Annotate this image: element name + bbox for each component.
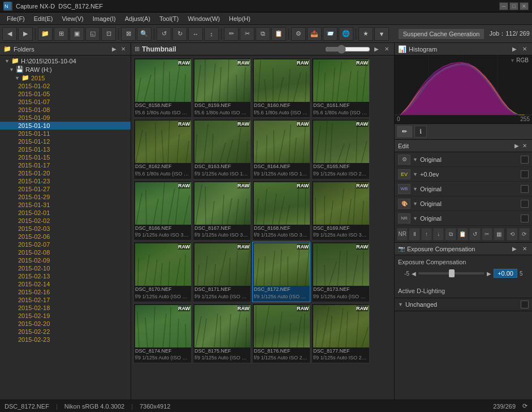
et-undo[interactable]: ⟲ bbox=[507, 228, 517, 241]
exp-value[interactable]: +0.00 bbox=[494, 269, 517, 278]
thumb-DSC_8174.NEF[interactable]: RAWDSC_8174.NEFf/9 1/125s Auto (ISO 3200… bbox=[133, 303, 192, 363]
tree-date-2015-02-06[interactable]: 2015-02-06 bbox=[0, 233, 131, 241]
tree-date-2015-01-08[interactable]: 2015-01-08 bbox=[0, 106, 131, 114]
edit-menu-btn[interactable]: ▶ bbox=[513, 142, 521, 150]
thumb-DSC_8173.NEF[interactable]: RAWDSC_8173.NEFf/9 1/125s Auto (ISO 3200… bbox=[312, 242, 370, 302]
tree-date-2015-01-20[interactable]: 2015-01-20 bbox=[0, 169, 131, 177]
tree-date-2015-02-22[interactable]: 2015-02-22 bbox=[0, 328, 131, 336]
tree-date-2015-02-01[interactable]: 2015-02-01 bbox=[0, 209, 131, 217]
wb-icon[interactable]: WB bbox=[398, 184, 410, 194]
menu-adjust[interactable]: Adjust(A) bbox=[120, 14, 155, 23]
et-copy[interactable]: ⧉ bbox=[445, 228, 456, 241]
minimize-button[interactable]: ─ bbox=[499, 2, 508, 10]
tree-date-2015-02-02[interactable]: 2015-02-02 bbox=[0, 217, 131, 225]
et-down[interactable]: ↓ bbox=[433, 228, 444, 241]
thumb-DSC_8159.NEF[interactable]: RAWDSC_8159.NEFf/5.6 1/80s Auto ISO 18..… bbox=[193, 58, 251, 118]
tb-view3[interactable]: ⊡ bbox=[101, 27, 116, 41]
thumb-DSC_8176.NEF[interactable]: RAWDSC_8176.NEFf/9 1/125s Auto ISO 22000 bbox=[252, 303, 310, 363]
et-remove[interactable]: Ⅱ bbox=[409, 228, 419, 241]
tree-date-2015-02-18[interactable]: 2015-02-18 bbox=[0, 304, 131, 312]
thumb-DSC_8175.NEF[interactable]: RAWDSC_8175.NEFf/9 1/125s Auto (ISO 3200… bbox=[193, 303, 251, 363]
sidebar-close-btn[interactable]: ✕ bbox=[119, 45, 127, 53]
tree-date-2015-02-20[interactable]: 2015-02-20 bbox=[0, 320, 131, 328]
thumb-DSC_8169.NEF[interactable]: RAWDSC_8169.NEFf/9 1/125s Auto ISO 3200 bbox=[312, 181, 370, 241]
tb-crop[interactable]: ✂ bbox=[240, 27, 254, 41]
thumb-DSC_8164.NEF[interactable]: RAWDSC_8164.NEFf/9 1/125s Auto ISO 16000 bbox=[252, 119, 310, 179]
exposure-icon[interactable]: EV bbox=[398, 169, 410, 179]
tree-date-2015-02-10[interactable]: 2015-02-10 bbox=[0, 264, 131, 272]
tb-grid[interactable]: ⊞ bbox=[54, 27, 68, 41]
et-crop[interactable]: ✂ bbox=[482, 228, 492, 241]
color-check[interactable] bbox=[521, 200, 529, 208]
thumb-DSC_8163.NEF[interactable]: RAWDSC_8163.NEFf/9 1/125s Auto ISO 16000 bbox=[193, 119, 251, 179]
thumb-DSC_8172.NEF[interactable]: RAWDSC_8172.NEFf/9 1/125s Auto (ISO 3200… bbox=[252, 242, 310, 302]
tb-zoom-fit[interactable]: ⊠ bbox=[121, 27, 136, 41]
menu-help[interactable]: Help(H) bbox=[224, 14, 255, 23]
thumb-DSC_8168.NEF[interactable]: RAWDSC_8168.NEFf/9 1/125s Auto ISO 3200 bbox=[252, 181, 310, 241]
tb-paste[interactable]: 📋 bbox=[271, 27, 286, 41]
tb-copy[interactable]: ⧉ bbox=[256, 27, 270, 41]
tree-date-2015-01-05[interactable]: 2015-01-05 bbox=[0, 90, 131, 98]
tb-view1[interactable]: ▣ bbox=[70, 27, 84, 41]
histogram-close-btn[interactable]: ✕ bbox=[521, 45, 529, 53]
thumb-DSC_8161.NEF[interactable]: RAWDSC_8161.NEFf/5.6 1/80s Auto (ISO 450… bbox=[312, 58, 370, 118]
tree-date-2015-02-03[interactable]: 2015-02-03 bbox=[0, 225, 131, 233]
tree-date-2015-02-13[interactable]: 2015-02-13 bbox=[0, 272, 131, 280]
nr-icon[interactable]: NR bbox=[398, 213, 410, 224]
thumb-DSC_8170.NEF[interactable]: RAWDSC_8170.NEFf/9 1/125s Auto (ISO 3200… bbox=[133, 242, 192, 302]
tree-date-2015-02-17[interactable]: 2015-02-17 bbox=[0, 296, 131, 304]
tree-date-2015-01-13[interactable]: 2015-01-13 bbox=[0, 145, 131, 153]
exp-slider-track[interactable] bbox=[418, 272, 485, 274]
exposure-check[interactable] bbox=[521, 170, 529, 178]
et-paste[interactable]: 📋 bbox=[457, 228, 468, 241]
tree-date-2015-01-07[interactable]: 2015-01-07 bbox=[0, 98, 131, 106]
tree-date-2015-01-23[interactable]: 2015-01-23 bbox=[0, 177, 131, 185]
tree-date-2015-01-29[interactable]: 2015-01-29 bbox=[0, 193, 131, 201]
et-reset[interactable]: ↺ bbox=[469, 228, 480, 241]
tree-date-2015-02-09[interactable]: 2015-02-09 bbox=[0, 256, 131, 264]
menu-tool[interactable]: Tool(T) bbox=[155, 14, 183, 23]
tree-date-2015-02-16[interactable]: 2015-02-16 bbox=[0, 288, 131, 296]
tree-date-2015-01-10[interactable]: 2015-01-10 bbox=[0, 122, 131, 130]
tree-root[interactable]: ▼ 📁 H:\2015\2015-10-04 bbox=[0, 57, 131, 65]
tab-info[interactable]: ℹ bbox=[414, 126, 427, 138]
tree-date-2015-02-19[interactable]: 2015-02-19 bbox=[0, 312, 131, 320]
tb-view2[interactable]: ◱ bbox=[85, 27, 100, 41]
tb-forward[interactable]: ▶ bbox=[18, 27, 33, 41]
nr-check[interactable] bbox=[521, 214, 529, 222]
color-icon[interactable]: 🎨 bbox=[398, 199, 410, 209]
tree-date-2015-01-27[interactable]: 2015-01-27 bbox=[0, 185, 131, 193]
tb-rotate-r[interactable]: ↻ bbox=[172, 27, 187, 41]
thumb-DSC_8166.NEF[interactable]: RAWDSC_8166.NEFf/9 1/125s Auto ISO 3200 bbox=[133, 181, 192, 241]
sidebar-menu-btn[interactable]: ▶ bbox=[110, 45, 118, 53]
settings-check[interactable] bbox=[521, 156, 529, 164]
tree-date-2015-01-11[interactable]: 2015-01-11 bbox=[0, 130, 131, 138]
tb-open[interactable]: 📁 bbox=[38, 27, 53, 41]
tb-flip-h[interactable]: ↔ bbox=[188, 27, 203, 41]
tree-drive[interactable]: ▼ 💾 RAW (H:) bbox=[0, 65, 131, 74]
tb-export[interactable]: 📤 bbox=[307, 27, 322, 41]
wb-check[interactable] bbox=[521, 185, 529, 193]
menu-file[interactable]: File(F) bbox=[2, 14, 29, 23]
tb-send[interactable]: 📨 bbox=[323, 27, 338, 41]
et-levels[interactable]: ▦ bbox=[494, 228, 504, 241]
thumbnail-menu-btn[interactable]: ▶ bbox=[373, 45, 380, 53]
exp-arrow-right[interactable]: ▶ bbox=[487, 271, 491, 277]
tree-date-2015-02-08[interactable]: 2015-02-08 bbox=[0, 248, 131, 256]
maximize-button[interactable]: □ bbox=[509, 2, 518, 10]
menu-window[interactable]: Window(W) bbox=[183, 14, 224, 23]
suspend-cache-button[interactable]: Suspend Cache Generation bbox=[398, 28, 485, 40]
thumbnail-size-slider[interactable] bbox=[325, 46, 370, 52]
thumbnail-close-btn[interactable]: ✕ bbox=[383, 45, 391, 53]
adl-check[interactable] bbox=[521, 301, 529, 308]
tree-date-2015-02-07[interactable]: 2015-02-07 bbox=[0, 241, 131, 248]
adl-toggle[interactable]: ▼ bbox=[398, 302, 403, 307]
thumb-DSC_8171.NEF[interactable]: RAWDSC_8171.NEFf/9 1/125s Auto (ISO 3200… bbox=[193, 242, 251, 302]
thumb-DSC_8167.NEF[interactable]: RAWDSC_8167.NEFf/9 1/125s Auto ISO 3200 bbox=[193, 181, 251, 241]
et-up[interactable]: ↑ bbox=[421, 228, 432, 241]
tb-star[interactable]: ★ bbox=[358, 27, 373, 41]
settings-icon[interactable]: ⚙ bbox=[398, 154, 410, 165]
tb-develop[interactable]: ⚙ bbox=[291, 27, 306, 41]
exp-arrow-left[interactable]: ◀ bbox=[412, 271, 416, 277]
thumb-DSC_8165.NEF[interactable]: RAWDSC_8165.NEFf/9 1/125s Auto ISO 28000 bbox=[312, 119, 370, 179]
